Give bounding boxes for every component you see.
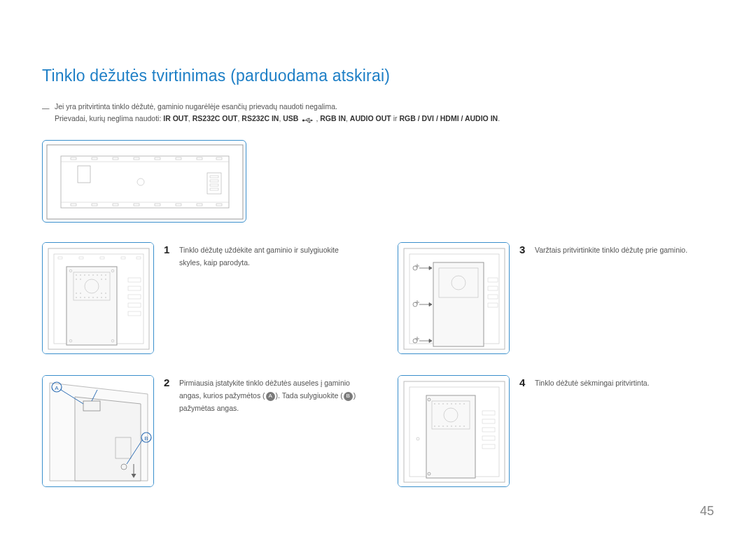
label-a-badge: A: [266, 392, 275, 401]
step-2: A B 2 Pirmiausia įstatykite tinkl: [42, 375, 358, 487]
note-prefix: Prievadai, kurių neglima naudoti:: [55, 114, 163, 122]
svg-point-54: [105, 279, 106, 280]
svg-rect-40: [66, 267, 117, 345]
step-2-text: Pirmiausia įstatykite tinklo dėžutės aus…: [179, 377, 358, 415]
svg-point-66: [105, 297, 106, 298]
svg-point-126: [442, 426, 444, 427]
note-line-2: Prievadai, kurių neglima naudoti: IR OUT…: [55, 113, 714, 125]
step-2-diagram: A B: [42, 375, 154, 487]
step-2-number: 2: [164, 377, 179, 415]
svg-point-130: [459, 426, 461, 427]
svg-rect-23: [197, 204, 202, 206]
svg-rect-10: [92, 157, 97, 160]
svg-point-45: [84, 274, 85, 276]
svg-rect-24: [216, 204, 222, 206]
svg-point-129: [455, 426, 456, 427]
step-1-text: Tinklo dėžutę uždėkite ant gaminio ir su…: [179, 244, 358, 269]
svg-point-55: [76, 293, 77, 294]
svg-point-131: [463, 426, 465, 427]
svg-rect-20: [134, 204, 139, 206]
svg-point-44: [80, 274, 81, 276]
svg-point-58: [105, 293, 106, 294]
note-line-1: Jei yra pritvirtinta tinklo dėžutė, gami…: [55, 101, 714, 113]
svg-point-125: [438, 426, 440, 427]
svg-rect-15: [197, 157, 202, 160]
usb-icon: [302, 115, 314, 122]
svg-point-64: [97, 297, 98, 298]
svg-rect-29: [210, 180, 218, 182]
step-3: 3 Varžtais pritvirtinkite tinklo dėžutę …: [398, 242, 714, 354]
note-block: ― Jei yra pritvirtinta tinklo dėžutė, ga…: [42, 101, 714, 125]
svg-rect-9: [71, 157, 76, 160]
svg-point-120: [451, 403, 452, 405]
svg-point-52: [80, 279, 81, 280]
svg-rect-30: [210, 184, 218, 186]
svg-point-47: [92, 274, 94, 276]
port-rgb-in: RGB IN: [320, 114, 346, 122]
svg-rect-21: [155, 204, 160, 206]
svg-point-26: [137, 178, 144, 185]
steps-grid: 1 Tinklo dėžutę uždėkite ant gaminio ir …: [42, 242, 714, 487]
step-4: 4 Tinklo dėžutė sėkmingai pritvirtinta.: [398, 375, 714, 487]
svg-rect-17: [71, 204, 76, 206]
step-4-text: Tinklo dėžutė sėkmingai pritvirtinta.: [535, 377, 650, 389]
svg-point-118: [442, 403, 444, 405]
step-3-text: Varžtais pritvirtinkite tinklo dėžutę pr…: [535, 244, 687, 256]
svg-rect-22: [176, 204, 181, 206]
svg-text:B: B: [144, 435, 148, 441]
step-2-p2: ). Tada sulygiuokite (: [276, 391, 343, 400]
product-back-diagram: [42, 140, 246, 223]
step-1: 1 Tinklo dėžutę uždėkite ant gaminio ir …: [42, 242, 358, 354]
step-3-diagram: [398, 242, 510, 354]
svg-point-61: [84, 297, 85, 298]
svg-rect-14: [176, 157, 181, 160]
svg-point-117: [438, 403, 440, 405]
svg-rect-12: [134, 157, 139, 160]
svg-point-119: [447, 403, 448, 405]
svg-point-127: [447, 426, 448, 427]
svg-point-128: [451, 426, 452, 427]
svg-rect-11: [113, 157, 118, 160]
svg-rect-6: [61, 156, 229, 208]
port-rs232c-in: RS232C IN: [241, 114, 279, 122]
svg-point-0: [302, 120, 304, 122]
step-4-number: 4: [519, 377, 535, 389]
svg-point-59: [76, 297, 77, 298]
step-1-diagram: [42, 242, 154, 354]
svg-point-4: [309, 121, 311, 122]
svg-point-124: [434, 426, 435, 427]
svg-point-63: [92, 297, 94, 298]
svg-point-62: [88, 297, 90, 298]
svg-point-116: [434, 403, 435, 405]
svg-rect-16: [216, 157, 222, 160]
page-title: Tinklo dėžutės tvirtinimas (parduodama a…: [42, 66, 714, 85]
svg-point-57: [101, 293, 102, 294]
svg-point-60: [80, 297, 81, 298]
svg-point-56: [80, 293, 81, 294]
svg-rect-27: [207, 173, 221, 194]
svg-rect-79: [433, 262, 484, 346]
svg-text:A: A: [55, 384, 59, 391]
svg-rect-25: [78, 166, 90, 183]
step-3-number: 3: [519, 244, 535, 256]
svg-point-121: [455, 403, 456, 405]
svg-point-43: [76, 274, 77, 276]
note-dash: ―: [42, 101, 55, 125]
svg-rect-3: [309, 118, 310, 120]
svg-rect-28: [210, 176, 218, 178]
svg-rect-13: [155, 157, 160, 160]
svg-point-50: [105, 274, 106, 276]
port-usb: USB: [283, 114, 298, 122]
label-b-badge: B: [344, 392, 353, 401]
sep-ir: ir: [391, 114, 400, 122]
svg-point-122: [459, 403, 461, 405]
svg-point-49: [101, 274, 102, 276]
step-1-number: 1: [164, 244, 179, 269]
svg-point-51: [76, 279, 77, 280]
port-ir-out: IR OUT: [163, 114, 188, 122]
note-body: Jei yra pritvirtinta tinklo dėžutė, gami…: [55, 101, 714, 125]
port-audio-out: AUDIO OUT: [350, 114, 391, 122]
step-4-diagram: [398, 375, 510, 487]
svg-point-53: [101, 279, 102, 280]
svg-point-48: [97, 274, 98, 276]
